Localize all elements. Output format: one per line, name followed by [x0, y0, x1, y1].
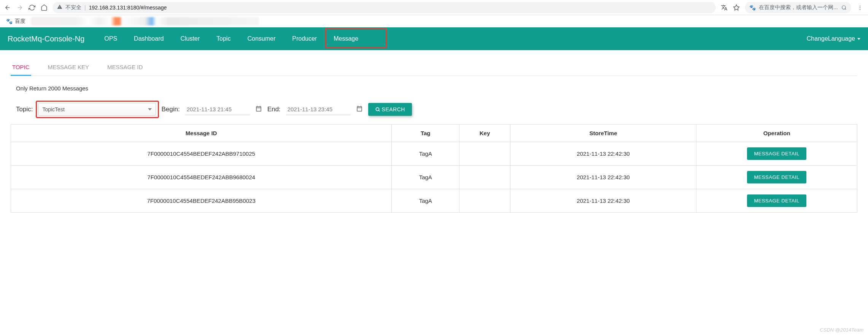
header-time: StoreTime	[510, 125, 696, 142]
cell-key	[459, 166, 510, 189]
brand-title[interactable]: RocketMq-Console-Ng	[8, 35, 84, 43]
translate-icon[interactable]	[720, 4, 728, 11]
filter-row: Topic: TopicTest Begin: End: SEARCH	[11, 103, 857, 116]
nav-producer[interactable]: Producer	[284, 27, 325, 50]
search-icon	[375, 107, 380, 112]
cell-msgid: 7F0000010C4554BEDEF242ABB95B0023	[11, 189, 392, 213]
search-button[interactable]: SEARCH	[368, 103, 412, 116]
sub-tabs: TOPIC MESSAGE KEY MESSAGE ID	[11, 59, 857, 76]
tab-message-id[interactable]: MESSAGE ID	[106, 59, 144, 76]
omnibox-search[interactable]: 🐾 在百度中搜索，或者输入一个网...	[745, 2, 851, 13]
end-input[interactable]	[286, 104, 351, 115]
app-navbar: RocketMq-Console-Ng OPS Dashboard Cluste…	[0, 27, 868, 50]
reload-button[interactable]	[28, 4, 36, 11]
nav-cluster[interactable]: Cluster	[172, 27, 208, 50]
search-placeholder: 在百度中搜索，或者输入一个网...	[759, 4, 838, 11]
language-dropdown[interactable]: ChangeLanguage	[807, 35, 860, 42]
back-button[interactable]	[4, 4, 11, 11]
table-row: 7F0000010C4554BEDEF242ABB95B0023TagA2021…	[11, 189, 857, 213]
cell-time: 2021-11-13 22:42:30	[510, 166, 696, 189]
end-label: End:	[267, 106, 281, 113]
nav-ops[interactable]: OPS	[96, 27, 126, 50]
cell-tag: TagA	[392, 166, 459, 189]
topic-select-value: TopicTest	[42, 106, 64, 112]
browser-toolbar: 不安全 | 192.168.23.131:8180/#/message 🐾 在百…	[0, 0, 868, 15]
header-op: Operation	[696, 125, 857, 142]
chevron-down-icon	[857, 38, 860, 40]
tab-topic[interactable]: TOPIC	[11, 59, 31, 76]
blurred-bookmarks	[31, 17, 259, 25]
baidu-paw-icon: 🐾	[749, 5, 756, 11]
insecure-label: 不安全	[65, 4, 81, 11]
cell-tag: TagA	[392, 142, 459, 166]
language-label: ChangeLanguage	[807, 35, 855, 42]
cell-time: 2021-11-13 22:42:30	[510, 189, 696, 213]
header-key: Key	[459, 125, 510, 142]
table-header-row: Message ID Tag Key StoreTime Operation	[11, 125, 857, 142]
home-button[interactable]	[40, 4, 48, 11]
message-table: Message ID Tag Key StoreTime Operation 7…	[11, 124, 857, 213]
table-row: 7F0000010C4554BEDEF242ABB9710025TagA2021…	[11, 142, 857, 166]
tab-message-key[interactable]: MESSAGE KEY	[46, 59, 91, 76]
nav-dashboard[interactable]: Dashboard	[126, 27, 172, 50]
cell-time: 2021-11-13 22:42:30	[510, 142, 696, 166]
nav-consumer[interactable]: Consumer	[239, 27, 284, 50]
message-detail-button[interactable]: MESSAGE DETAIL	[747, 147, 806, 160]
svg-marker-0	[734, 5, 739, 10]
nav-topic[interactable]: Topic	[208, 27, 239, 50]
cell-op: MESSAGE DETAIL	[696, 142, 857, 166]
begin-input[interactable]	[185, 104, 250, 115]
forward-button[interactable]	[16, 4, 24, 11]
nav-message[interactable]: Message	[325, 27, 367, 50]
cell-key	[459, 142, 510, 166]
main-content: TOPIC MESSAGE KEY MESSAGE ID Only Return…	[0, 50, 868, 222]
star-icon[interactable]	[733, 4, 740, 11]
separator: |	[84, 5, 86, 11]
table-row: 7F0000010C4554BEDEF242ABB9680024TagA2021…	[11, 166, 857, 189]
cell-op: MESSAGE DETAIL	[696, 189, 857, 213]
header-msgid: Message ID	[11, 125, 392, 142]
address-bar[interactable]: 不安全 | 192.168.23.131:8180/#/message	[52, 2, 716, 13]
message-detail-button[interactable]: MESSAGE DETAIL	[747, 171, 806, 183]
bookmark-baidu[interactable]: 百度	[15, 18, 25, 25]
topic-label: Topic:	[16, 106, 33, 113]
svg-point-1	[842, 5, 846, 9]
info-text: Only Return 2000 Messages	[11, 85, 857, 92]
browser-menu-icon[interactable]: ⋮	[856, 5, 864, 11]
calendar-icon[interactable]	[255, 105, 262, 114]
bookmark-bar: 🐾 百度	[0, 15, 868, 27]
cell-msgid: 7F0000010C4554BEDEF242ABB9680024	[11, 166, 392, 189]
cell-op: MESSAGE DETAIL	[696, 166, 857, 189]
topic-select[interactable]: TopicTest	[38, 103, 156, 116]
insecure-icon	[57, 4, 62, 11]
url-text: 192.168.23.131:8180/#/message	[89, 5, 167, 11]
search-button-label: SEARCH	[382, 106, 405, 112]
cell-key	[459, 189, 510, 213]
svg-point-2	[376, 107, 379, 111]
cell-msgid: 7F0000010C4554BEDEF242ABB9710025	[11, 142, 392, 166]
cell-tag: TagA	[392, 189, 459, 213]
header-tag: Tag	[392, 125, 459, 142]
begin-label: Begin:	[161, 106, 180, 113]
message-detail-button[interactable]: MESSAGE DETAIL	[747, 194, 806, 207]
baidu-paw-icon: 🐾	[6, 18, 13, 24]
calendar-icon[interactable]	[356, 105, 363, 114]
